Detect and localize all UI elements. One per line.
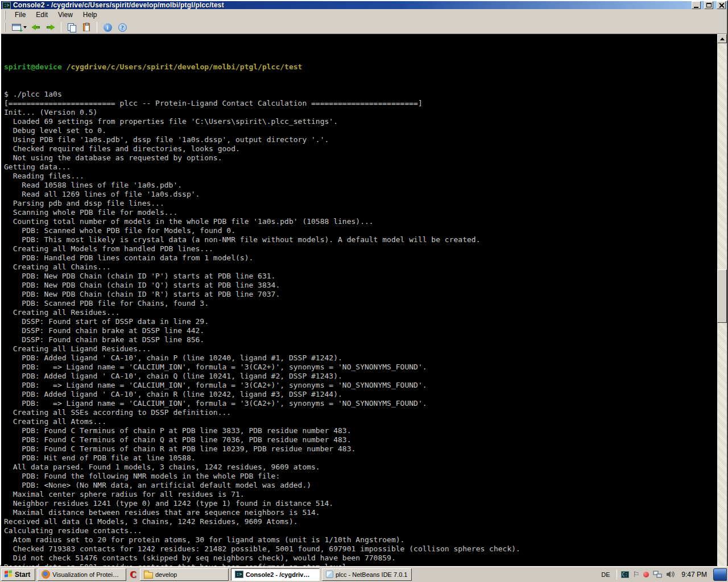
info-button[interactable] <box>101 21 114 34</box>
console2-window: :> Console2 - /cygdrive/c/Users/spirit/d… <box>0 0 728 566</box>
taskbar-item-label: develop <box>155 571 177 578</box>
terminal-line: Calculating residue contacts... <box>4 526 717 535</box>
taskbar-item-netbeans[interactable]: plcc - NetBeans IDE 7.0.1 <box>322 568 412 581</box>
terminal-line: DSSP: Found chain brake at DSSP line 856… <box>4 335 717 344</box>
paste-button[interactable] <box>80 21 93 34</box>
terminal-line: Creating all Atoms... <box>4 417 717 426</box>
terminal-line: PDB: => Ligand name = 'CALCIUM_ION', for… <box>4 381 717 390</box>
terminal-line: PDB: Added ligand ' CA-10', chain Q (lin… <box>4 372 717 381</box>
start-button[interactable]: Start <box>1 568 35 581</box>
terminal-line: Reading files... <box>4 172 717 181</box>
menu-edit[interactable]: Edit <box>31 9 53 20</box>
maximize-button[interactable] <box>704 1 713 9</box>
scroll-up-button[interactable] <box>717 34 727 43</box>
terminal-line: PDB: Added ligand ' CA-10', chain P (lin… <box>4 354 717 363</box>
terminal-line: Creating all Models from handled PDB lin… <box>4 244 717 253</box>
terminal-output[interactable]: spirit@device /cygdrive/c/Users/spirit/d… <box>1 34 717 582</box>
toolbar-separator <box>97 22 97 32</box>
start-label: Start <box>15 571 30 579</box>
arrow-left-icon <box>31 24 40 30</box>
terminal-line: Checked 719383 contacts for 1242 residue… <box>4 544 717 554</box>
terminal-line: Getting data... <box>4 163 717 172</box>
vertical-scrollbar[interactable] <box>717 34 727 582</box>
terminal-line: PDB: Hit end of PDB file at line 10588. <box>4 454 717 463</box>
terminal-line: Debug level set to 0. <box>4 126 717 135</box>
taskbar-item-label: Visualization of Protein-Li... <box>52 571 119 578</box>
toolbar-grip-handle[interactable] <box>5 23 7 32</box>
terminal-line: PDB: Found the following NMR models in t… <box>4 472 717 481</box>
taskbar-item-develop[interactable]: develop <box>140 568 229 581</box>
taskbar-item-console2[interactable]: :> Console2 - /cygdrive/... <box>231 568 320 581</box>
terminal-line: Not using the database as requested by o… <box>4 153 717 163</box>
new-tab-icon <box>12 24 21 31</box>
copy-button[interactable] <box>65 21 78 34</box>
terminal-line: Init... (Version 0.5) <box>4 108 717 117</box>
minimize-button[interactable] <box>692 1 701 9</box>
scrollbar-thumb[interactable] <box>717 269 727 323</box>
terminal-line: Neighbor residues 1241 (type 0) and 1242… <box>4 499 717 508</box>
system-tray: DE C: ⚐ 9:47 PM <box>595 568 727 581</box>
terminal-line: Parsing pdb and dssp file lines... <box>4 199 717 208</box>
terminal-line: Atom radius set to 20 for protein atoms,… <box>4 535 717 544</box>
terminal-line: Loaded 69 settings from properties file … <box>4 117 717 126</box>
terminal-line: $ ./plcc 1a0s <box>4 90 717 99</box>
arrow-right-icon <box>46 24 55 30</box>
prompt-user-host: spirit@device <box>4 63 62 71</box>
paste-icon <box>83 23 90 31</box>
menu-file[interactable]: File <box>10 9 31 20</box>
terminal-line: Creating all Residues... <box>4 308 717 317</box>
red-dot-icon[interactable] <box>643 572 649 577</box>
menu-view[interactable]: View <box>53 9 78 20</box>
firefox-icon <box>42 570 50 579</box>
prompt-path: /cygdrive/c/Users/spirit/develop/molbi/p… <box>62 63 303 71</box>
help-button[interactable] <box>115 21 129 34</box>
terminal-line: PDB: Found C Terminus of chain R at PDB … <box>4 444 717 454</box>
terminal-line: PDB: New PDB Chain (chain ID 'R') starts… <box>4 290 717 299</box>
scrollbar-track[interactable] <box>717 43 727 582</box>
terminal-line: Maximal center sphere radius for all res… <box>4 490 717 499</box>
terminal-line: Creating all Chains... <box>4 263 717 272</box>
terminal-line: Creating all SSEs according to DSSP defi… <box>4 408 717 417</box>
terminal-line: Read all 1269 lines of file '1a0s.dssp'. <box>4 190 717 199</box>
help-icon <box>118 23 127 32</box>
terminal-line: PDB: Scanned whole PDB file for Models, … <box>4 226 717 235</box>
window-title: Console2 - /cygdrive/c/Users/spirit/deve… <box>13 1 689 9</box>
terminal-line: Counting total number of models in the w… <box>4 217 717 226</box>
menu-bar: File Edit View Help <box>1 9 727 21</box>
terminal-line: Did not check 51476 contacts (skipped by… <box>4 554 717 563</box>
red-c-icon[interactable]: C <box>129 569 138 580</box>
taskbar-item-firefox[interactable]: Visualization of Protein-Li... <box>38 568 126 581</box>
terminal-line: DSSP: Found chain brake at DSSP line 442… <box>4 326 717 335</box>
terminal-line: Checked required files and directories, … <box>4 144 717 153</box>
terminal-line: PDB: <None> (No NMR data, an artificial … <box>4 481 717 490</box>
console-tray-icon[interactable]: C: <box>621 571 629 578</box>
terminal-line: Maximal distance between residues that a… <box>4 508 717 517</box>
terminal-line: Scanning whole PDB file for models... <box>4 208 717 217</box>
menu-help[interactable]: Help <box>78 9 102 20</box>
taskbar: Start Visualization of Protein-Li... C d… <box>0 566 728 582</box>
title-bar[interactable]: :> Console2 - /cygdrive/c/Users/spirit/d… <box>1 1 727 9</box>
terminal-line: PDB: Handled PDB lines contain data from… <box>4 253 717 263</box>
terminal-line: Read 10588 lines of file '1a0s.pdb'. <box>4 181 717 190</box>
network-icon[interactable] <box>653 571 662 578</box>
console-area: spirit@device /cygdrive/c/Users/spirit/d… <box>1 34 727 582</box>
tray-clock[interactable]: 9:47 PM <box>679 571 709 579</box>
language-indicator[interactable]: DE <box>599 570 612 579</box>
terminal-prompt-line: spirit@device /cygdrive/c/Users/spirit/d… <box>4 63 717 72</box>
console2-app-icon: :> <box>2 2 11 9</box>
flag-icon[interactable]: ⚐ <box>633 570 640 579</box>
next-tab-button[interactable] <box>44 21 57 34</box>
volume-icon[interactable] <box>666 571 675 578</box>
menubar-grip-handle[interactable] <box>5 10 7 19</box>
new-tab-button[interactable] <box>11 21 28 34</box>
terminal-line: Using PDB file '1a0s.pdb', dssp file '1a… <box>4 135 717 144</box>
maximize-icon <box>706 3 712 7</box>
close-button[interactable] <box>717 1 726 9</box>
netbeans-icon <box>326 571 333 578</box>
terminal-line: [======================== plcc -- Protei… <box>4 99 717 108</box>
previous-tab-button[interactable] <box>29 21 43 34</box>
terminal-line: PDB: New PDB Chain (chain ID 'P') starts… <box>4 272 717 281</box>
show-desktop-button[interactable] <box>713 568 727 581</box>
terminal-line: PDB: Found C Terminus of chain Q at PDB … <box>4 435 717 444</box>
taskbar-item-label: Console2 - /cygdrive/... <box>246 571 313 578</box>
